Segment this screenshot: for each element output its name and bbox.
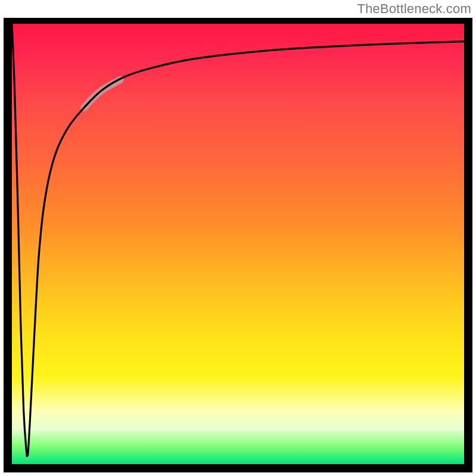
highlight-segment [84, 80, 121, 108]
plot-frame [4, 18, 472, 472]
watermark-text: TheBottleneck.com [357, 1, 471, 17]
chart-container: TheBottleneck.com [0, 0, 476, 476]
bottleneck-curve [12, 24, 464, 456]
curve-svg [12, 24, 464, 464]
plot-area [12, 24, 464, 464]
